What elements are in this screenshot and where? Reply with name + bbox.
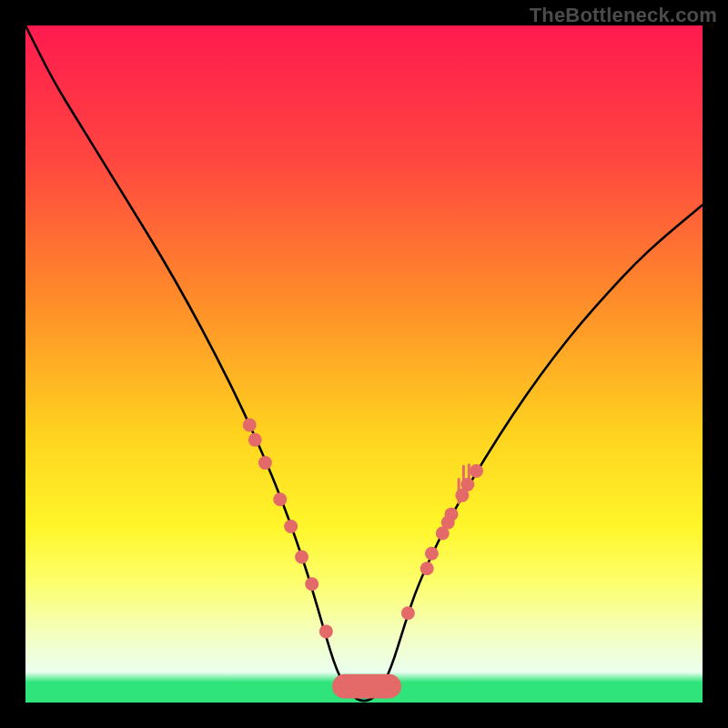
marker-left-0 — [243, 418, 257, 431]
bottom-band-marker — [332, 674, 401, 699]
marker-right-7 — [460, 478, 474, 491]
watermark-label: TheBottleneck.com — [530, 4, 717, 27]
chart-plot-area — [25, 25, 703, 703]
marker-left-1 — [248, 433, 262, 447]
marker-left-6 — [305, 577, 318, 591]
marker-right-8 — [470, 464, 483, 478]
marker-left-5 — [295, 551, 308, 564]
marker-left-7 — [319, 624, 333, 638]
marker-right-5 — [444, 508, 458, 521]
chart-frame: TheBottleneck.com — [0, 0, 728, 728]
chart-svg — [25, 25, 703, 703]
marker-left-2 — [258, 456, 272, 470]
marker-right-0 — [401, 606, 415, 620]
marker-left-4 — [284, 520, 298, 533]
marker-right-2 — [425, 547, 439, 561]
marker-left-3 — [273, 492, 287, 506]
gradient-background — [25, 25, 703, 703]
marker-right-1 — [420, 561, 434, 575]
